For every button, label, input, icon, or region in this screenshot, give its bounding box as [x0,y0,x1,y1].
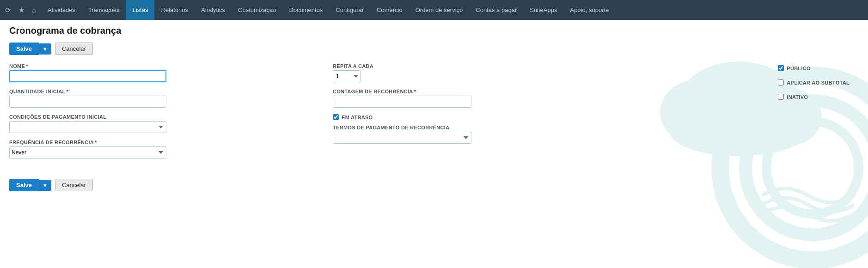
nav-item-contas[interactable]: Contas a pagar [469,0,523,20]
contagem-label: CONTAGEM DE RECORRÊNCIA* [333,89,518,94]
em-atraso-label[interactable]: EM ATRASO [342,115,373,120]
frequencia-select[interactable]: Never [9,146,166,158]
bottom-button-group: Salve ▼ Cancelar [9,179,859,191]
cancel-button-top[interactable]: Cancelar [55,43,93,55]
page-content: Cronograma de cobrança Salve ▼ Cancelar … [0,20,868,268]
nome-label: NOME* [9,63,166,69]
nav-item-documentos[interactable]: Documentos [282,0,329,20]
nav-item-costumizacao[interactable]: Costumização [232,0,282,20]
em-atraso-checkbox[interactable] [333,114,339,120]
repita-label: REPITA A CADA [333,63,518,69]
form-right-column: REPITA A CADA 1 2 3 CONTAGEM DE RECORRÊN… [333,63,518,165]
save-dropdown-button-top[interactable]: ▼ [39,43,51,55]
form-container: NOME* QUANTIDADE INICIAL* CONDIÇÕES DE P… [9,63,859,165]
contagem-required: * [414,89,416,94]
home-icon[interactable]: ⌂ [30,4,38,16]
termos-group: TERMOS DE PAGAMENTO DE RECORRÊNCIA [333,125,518,144]
nome-group: NOME* [9,63,166,82]
aplicar-label[interactable]: APLICAR AO SUBTOTAL [787,80,850,85]
nav-item-apoio[interactable]: Apoio, suporte [563,0,615,20]
save-dropdown-button-bottom[interactable]: ▼ [39,180,51,191]
frequencia-group: FREQUÊNCIA DE RECORRÊNCIA* Never [9,140,166,158]
form-left-column: NOME* QUANTIDADE INICIAL* CONDIÇÕES DE P… [9,63,166,165]
nav-item-atividades[interactable]: Atividades [41,0,82,20]
nav-item-listas[interactable]: Listas [126,0,154,20]
repita-select-group: 1 2 3 [333,70,518,82]
condicoes-label: CONDIÇÕES DE PAGAMENTO INICIAL [9,114,166,120]
top-button-group: Salve ▼ Cancelar [9,43,859,55]
contagem-input[interactable] [333,96,471,108]
frequencia-required: * [95,140,97,145]
aplicar-row: APLICAR AO SUBTOTAL [778,79,850,85]
repita-select[interactable]: 1 2 3 [333,70,361,82]
far-right-checkboxes: PÚBLICO APLICAR AO SUBTOTAL INATIVO [778,65,850,104]
nav-item-configurar[interactable]: Configurar [329,0,370,20]
publico-checkbox[interactable] [778,65,784,71]
inativo-checkbox[interactable] [778,94,784,100]
favorites-icon[interactable]: ★ [16,4,27,16]
top-navigation: ⟳ ★ ⌂ Atividades Transações Listas Relat… [0,0,868,20]
nav-item-analytics[interactable]: Analytics [195,0,232,20]
form-far-right-column: PÚBLICO APLICAR AO SUBTOTAL INATIVO [778,63,859,165]
nav-item-comercio[interactable]: Comércio [370,0,409,20]
termos-label: TERMOS DE PAGAMENTO DE RECORRÊNCIA [333,125,518,130]
termos-select[interactable] [333,132,471,144]
page-title: Cronograma de cobrança [9,25,859,36]
nav-items-list: Atividades Transações Listas Relatórios … [41,0,868,20]
inativo-row: INATIVO [778,94,850,100]
save-button-top[interactable]: Salve [9,43,39,55]
quantidade-label: QUANTIDADE INICIAL* [9,89,166,94]
publico-label[interactable]: PÚBLICO [787,66,811,71]
history-icon[interactable]: ⟳ [3,4,13,16]
quantidade-group: QUANTIDADE INICIAL* [9,89,166,108]
repita-group: REPITA A CADA 1 2 3 [333,63,518,82]
publico-row: PÚBLICO [778,65,850,71]
em-atraso-row: EM ATRASO [333,114,518,120]
nav-item-suiteapps[interactable]: SuiteApps [523,0,563,20]
nome-input[interactable] [9,70,166,82]
contagem-group: CONTAGEM DE RECORRÊNCIA* [333,89,518,108]
cancel-button-bottom[interactable]: Cancelar [55,179,93,191]
frequencia-label: FREQUÊNCIA DE RECORRÊNCIA* [9,140,166,145]
save-button-bottom[interactable]: Salve [9,179,39,191]
nav-item-relatorios[interactable]: Relatórios [154,0,195,20]
nav-item-ordem[interactable]: Ordem de serviço [409,0,470,20]
nav-item-transacoes[interactable]: Transações [82,0,126,20]
inativo-label[interactable]: INATIVO [787,94,808,100]
nome-required: * [26,63,28,69]
condicoes-select[interactable] [9,121,166,133]
quantidade-input[interactable] [9,96,166,108]
condicoes-group: CONDIÇÕES DE PAGAMENTO INICIAL [9,114,166,133]
nav-icon-group: ⟳ ★ ⌂ [0,4,41,16]
quantidade-required: * [67,89,69,94]
aplicar-checkbox[interactable] [778,79,784,85]
